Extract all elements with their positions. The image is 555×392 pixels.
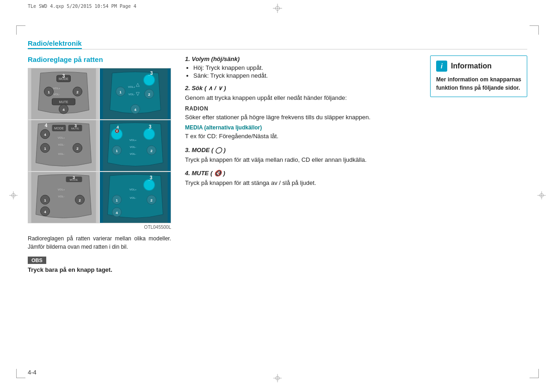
svg-text:4: 4 bbox=[44, 133, 46, 137]
obs-label: OBS bbox=[28, 257, 46, 264]
svg-text:3: 3 bbox=[150, 175, 153, 180]
svg-text:4: 4 bbox=[117, 125, 119, 129]
svg-text:⌒: ⌒ bbox=[148, 129, 151, 133]
svg-text:2: 2 bbox=[76, 90, 79, 94]
svg-text:1: 1 bbox=[44, 147, 46, 151]
left-column: Radioreglage på ratten MODE 1 2 VOL+ V bbox=[28, 55, 171, 364]
section-header: Radio/elektronik bbox=[28, 39, 527, 50]
svg-text:VOL-: VOL- bbox=[58, 195, 64, 198]
section4-title: 4. MUTE ( 🔇 ) bbox=[185, 170, 421, 177]
svg-text:4: 4 bbox=[45, 123, 48, 128]
svg-text:VOL-: VOL- bbox=[58, 153, 64, 155]
corner-mark-tl bbox=[16, 25, 25, 35]
svg-text:1: 1 bbox=[116, 149, 118, 153]
section4-body: Tryck på knappen för att stänga av / slå… bbox=[185, 178, 421, 188]
svg-text:VOL+: VOL+ bbox=[130, 139, 137, 141]
print-header: TLe SWD 4.qxp 5/20/2015 10:54 PM Page 4 bbox=[28, 4, 136, 9]
svg-text:VOL+: VOL+ bbox=[128, 86, 136, 88]
section2-sub1: RADION bbox=[185, 105, 421, 112]
middle-column: 1. Volym (höj/sänk) Höj: Tryck knappen u… bbox=[180, 55, 421, 364]
svg-text:2: 2 bbox=[79, 198, 81, 202]
svg-text:△: △ bbox=[136, 82, 140, 87]
svg-text:VOL-: VOL- bbox=[58, 143, 64, 146]
svg-text:1: 1 bbox=[44, 198, 46, 202]
svg-text:VOL+: VOL+ bbox=[53, 87, 61, 90]
svg-text:4: 4 bbox=[44, 210, 46, 214]
svg-text:VOL+: VOL+ bbox=[130, 188, 137, 191]
svg-text:VOL-: VOL- bbox=[130, 146, 136, 148]
steering-panel-5: MODE 1 2 4 VOL+ VOL- 3 bbox=[28, 172, 99, 223]
svg-text:VOL-: VOL- bbox=[130, 153, 136, 155]
right-column: i Information Mer information om knappar… bbox=[430, 55, 527, 364]
section3-title: 3. MODE ( ◯ ) bbox=[185, 147, 421, 153]
svg-text:VOL-: VOL- bbox=[130, 196, 136, 199]
steering-panel-3: MUTE MODE 1 2 VOL+ VOL- VOL- 4 4 3 bbox=[28, 120, 99, 171]
svg-text:4: 4 bbox=[134, 108, 136, 112]
crosshair-left-icon bbox=[9, 191, 18, 201]
section2-sub2: MEDIA (alternativa ljudkällor) bbox=[185, 124, 421, 131]
svg-text:3: 3 bbox=[62, 74, 65, 79]
section2-body: Genom att trycka knappen uppåt eller ned… bbox=[185, 93, 421, 103]
svg-text:2: 2 bbox=[148, 92, 150, 97]
section3-body: Tryck på knappen för att välja mellan ra… bbox=[185, 155, 421, 165]
svg-text:1: 1 bbox=[116, 198, 118, 202]
section2-sub2-body: T ex för CD: Föregående/Nästa låt. bbox=[185, 132, 421, 141]
left-body-text: Radioreglagen på ratten varierar mellan … bbox=[28, 234, 171, 251]
steering-panel-2: ⌒ 1 2 VOL+ VOL- △ ▽ 4 3 bbox=[100, 68, 171, 119]
svg-text:VOL-: VOL- bbox=[53, 93, 60, 96]
svg-text:⌒: ⌒ bbox=[148, 180, 151, 184]
info-title: Information bbox=[451, 62, 492, 70]
section-title: Radio/elektronik bbox=[28, 39, 82, 49]
svg-text:4: 4 bbox=[116, 211, 118, 215]
svg-text:1: 1 bbox=[119, 90, 122, 94]
image-caption: OTL045500L bbox=[28, 225, 171, 230]
bullet-item: Höj: Tryck knappen uppåt. bbox=[193, 64, 421, 71]
svg-text:MUTE: MUTE bbox=[59, 100, 68, 104]
steering-panel-1: MODE 1 2 VOL+ VOL- MUTE 4 3 bbox=[28, 68, 99, 119]
svg-text:▽: ▽ bbox=[136, 91, 140, 96]
section2-title: 2. Sök ( ∧ / ∨ ) bbox=[185, 85, 421, 92]
corner-mark-bl bbox=[16, 369, 25, 378]
svg-text:1: 1 bbox=[48, 90, 50, 94]
section-divider bbox=[28, 49, 527, 49]
left-title: Radioreglage på ratten bbox=[28, 55, 171, 63]
svg-text:VOL-: VOL- bbox=[128, 93, 135, 96]
svg-text:VOL+: VOL+ bbox=[58, 188, 65, 191]
steering-panel-4: 🔇 ⌒ 1 2 VOL+ VOL- VOL- 4 3 bbox=[100, 120, 171, 171]
svg-text:2: 2 bbox=[150, 198, 153, 202]
crosshair-top-icon bbox=[273, 4, 282, 14]
info-icon: i bbox=[436, 61, 447, 72]
obs-text: Tryck bara på en knapp taget. bbox=[28, 266, 171, 273]
svg-text:3: 3 bbox=[74, 123, 77, 128]
steering-image-grid: MODE 1 2 VOL+ VOL- MUTE 4 3 bbox=[28, 68, 171, 223]
svg-text:3: 3 bbox=[73, 175, 75, 180]
section1-bullets: Höj: Tryck knappen uppåt. Sänk: Tryck kn… bbox=[185, 64, 421, 79]
info-header: i Information bbox=[436, 61, 521, 72]
corner-mark-br bbox=[530, 369, 539, 378]
bullet-item: Sänk: Tryck knappen nedåt. bbox=[193, 72, 421, 79]
crosshair-bottom-icon bbox=[273, 374, 282, 384]
svg-text:MODE: MODE bbox=[54, 127, 64, 130]
steering-panel-6: ⌒ 1 2 4 VOL+ VOL- 3 bbox=[100, 172, 171, 223]
svg-text:VOL+: VOL+ bbox=[58, 136, 65, 139]
page-number: 4-4 bbox=[28, 369, 37, 376]
svg-text:2: 2 bbox=[76, 147, 79, 151]
section2-sub1-body: Söker efter stationer på högre lägre fre… bbox=[185, 113, 421, 122]
info-box: i Information Mer information om knappar… bbox=[430, 55, 527, 97]
corner-mark-tr bbox=[530, 25, 539, 35]
svg-text:3: 3 bbox=[150, 71, 153, 76]
crosshair-right-icon bbox=[537, 191, 546, 201]
section1-title: 1. Volym (höj/sänk) bbox=[185, 55, 421, 62]
svg-text:2: 2 bbox=[150, 149, 153, 153]
main-content: Radioreglage på ratten MODE 1 2 VOL+ V bbox=[28, 55, 527, 364]
svg-text:⌒: ⌒ bbox=[148, 75, 151, 79]
info-body: Mer information om knapparnas funktion f… bbox=[436, 75, 521, 92]
svg-text:4: 4 bbox=[62, 108, 65, 112]
svg-text:3: 3 bbox=[149, 124, 152, 129]
